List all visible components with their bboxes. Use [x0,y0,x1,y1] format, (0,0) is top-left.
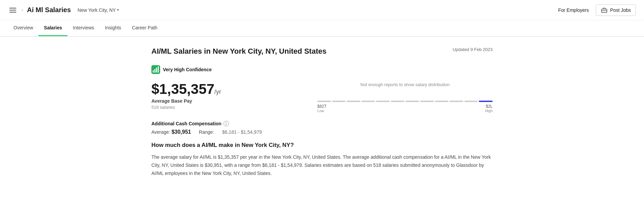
salary-per: /yr [214,88,221,95]
bar-seg-12 [479,101,493,102]
post-jobs-button[interactable]: Post Jobs [596,4,636,16]
additional-cash-section: Additional Cash Compensation i Average: … [151,121,493,135]
tab-career-path[interactable]: Career Path [126,20,163,36]
tab-overview[interactable]: Overview [8,20,38,36]
location-caret-icon: ▾ [117,8,119,12]
bar-seg-10 [449,101,463,102]
bar-seg-9 [435,101,449,102]
bar-seg-11 [464,101,478,102]
location-text: New York City, NY [78,7,116,13]
page-header: AI/ML Salaries in New York City, NY, Uni… [151,47,493,56]
svg-rect-3 [153,70,154,73]
location-selector[interactable]: New York City, NY ▾ [78,7,119,13]
for-employers-link[interactable]: For Employers [558,7,589,13]
bar-seg-4 [361,101,375,102]
bar-seg-1 [317,101,331,102]
cash-range-spacer [192,129,198,135]
breadcrumb-chevron: › [22,8,23,12]
header-left: › Ai Ml Salaries New York City, NY ▾ [8,6,119,14]
bar-seg-5 [376,101,390,102]
salary-label: Average Base Pay [151,98,221,104]
bar-labels: $82T Low $2L High [317,104,493,113]
bar-seg-7 [405,101,419,102]
salary-count: 518 salaries [151,105,221,110]
confidence-badge: Very High Confidence [151,65,493,74]
briefcase-icon [601,7,608,13]
header: › Ai Ml Salaries New York City, NY ▾ For… [0,0,644,20]
tab-insights[interactable]: Insights [99,20,126,36]
site-title: Ai Ml Salaries [27,6,71,14]
cash-avg-value: $30,951 [172,129,191,135]
nav-tabs: Overview Salaries Interviews Insights Ca… [0,20,644,36]
salary-display: $1,35,357/yr [151,82,221,96]
no-reports-text: Not enough reports to show salary distri… [317,82,493,87]
distribution-bar [317,91,493,102]
additional-cash-title: Additional Cash Compensation i [151,121,493,126]
additional-cash-values: Average: $30,951 Range: $6,181 - $1,54,9… [151,129,493,135]
question-title: How much does a AI/ML make in New York C… [151,142,493,149]
hamburger-menu[interactable] [8,6,18,14]
bar-high-value: $2L [485,104,493,109]
tab-interviews[interactable]: Interviews [67,20,99,36]
svg-rect-2 [151,65,160,74]
main-content: AI/ML Salaries in New York City, NY, Uni… [143,37,501,187]
confidence-label: Very High Confidence [163,67,212,72]
bar-label-low: $82T Low [317,104,326,113]
page-title: AI/ML Salaries in New York City, NY, Uni… [151,47,326,56]
bar-seg-3 [347,101,360,102]
additional-cash-label: Additional Cash Compensation [151,121,222,126]
bar-seg-8 [420,101,434,102]
salary-section: $1,35,357/yr Average Base Pay 518 salari… [151,82,493,113]
svg-rect-4 [154,69,155,73]
confidence-icon [151,65,160,74]
bar-seg-2 [332,101,346,102]
bar-seg-6 [391,101,405,102]
cash-range-value: $6,181 - $1,54,979 [222,129,262,135]
bar-high-label: High [485,109,493,113]
info-icon[interactable]: i [224,121,229,126]
question-description: The average salary for AI/ML is $1,35,35… [151,153,493,177]
bar-label-high: $2L High [485,104,493,113]
cash-range-label: Range: [199,129,214,135]
salary-left: $1,35,357/yr Average Base Pay 518 salari… [151,82,221,110]
salary-amount: $1,35,357 [151,81,214,97]
post-jobs-label: Post Jobs [610,7,631,13]
bar-low-label: Low [317,109,326,113]
updated-date: Updated 9 Feb 2023 [452,47,493,52]
svg-rect-5 [156,68,157,73]
salary-distribution: Not enough reports to show salary distri… [317,82,493,113]
tab-salaries[interactable]: Salaries [38,20,67,36]
cash-avg-label: Average: [151,129,170,135]
svg-rect-6 [158,66,159,73]
bar-low-value: $82T [317,104,326,109]
header-right: For Employers Post Jobs [558,4,636,16]
